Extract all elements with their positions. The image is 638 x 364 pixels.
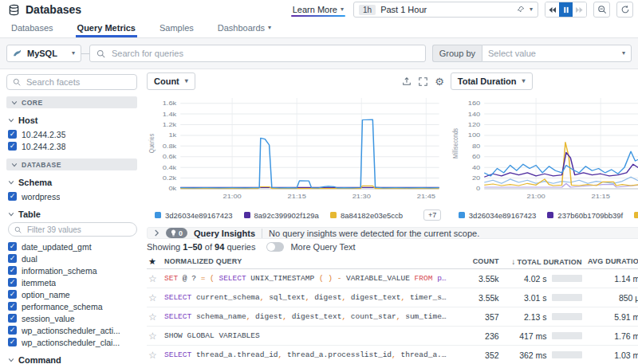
facet-table[interactable]: Table [6, 209, 137, 219]
facet-filter-input[interactable] [26, 225, 131, 235]
checkbox-checked[interactable]: ✓ [8, 192, 17, 201]
total-duration-cell: 3.01 s [499, 293, 582, 303]
facet-value-wp-actionscheduler-acti-[interactable]: ✓wp_actionscheduler_acti... [6, 324, 137, 336]
facet-value-wordpress[interactable]: ✓wordpress [6, 190, 137, 202]
checkbox-checked[interactable]: ✓ [8, 290, 17, 299]
tab-dashboards[interactable]: Dashboards▾ [216, 20, 273, 37]
facet-value-performance-schema[interactable]: ✓performance_schema [6, 300, 137, 312]
query-table-header: ★ NORMALIZED QUERY COUNT ↓TOTAL DURATION… [147, 254, 638, 269]
duration-chart-card: Total Duration ▾ ⚙ 020406080100120140160… [451, 72, 638, 221]
count-chart-plot[interactable]: 0k0.2k0.4k0.6k0.8k1k1.2k1.4k1.6k21:0021:… [147, 92, 444, 208]
facet-value-wp-actionscheduler-clai-[interactable]: ✓wp_actionscheduler_clai... [6, 336, 137, 348]
svg-text:0k: 0k [168, 185, 177, 192]
time-backward-button[interactable] [545, 2, 559, 17]
normalized-query-cell[interactable]: SHOW GLOBAL VARIABLES [164, 331, 458, 340]
table-row[interactable]: ☆SHOW GLOBAL VARIABLES236417 ms1.76 ms1.… [147, 327, 638, 346]
duration-chart-plot[interactable]: 02040608010012014016021:0021:1521:3021:4… [451, 92, 638, 208]
group-by-label: Group by [432, 45, 482, 62]
export-icon[interactable] [402, 76, 412, 86]
legend-item[interactable]: 8a92c399902f129a [244, 211, 319, 220]
favorite-star-icon[interactable]: ☆ [147, 292, 164, 303]
favorite-star-icon[interactable]: ☆ [147, 350, 164, 361]
refresh-button[interactable] [616, 2, 633, 18]
group-by-select[interactable]: Select value ▾ [482, 45, 632, 62]
checkbox-checked[interactable]: ✓ [8, 338, 17, 346]
more-query-text-toggle[interactable] [266, 242, 284, 252]
checkbox-checked[interactable]: ✓ [8, 254, 17, 263]
normalized-query-cell[interactable]: SELECT schema_name, digest, digest_text,… [164, 312, 458, 321]
results-summary: Showing 1–50 of 94 queries [147, 242, 255, 252]
legend-item[interactable]: 325b7269dd8743a6 [634, 211, 638, 220]
fullscreen-icon[interactable] [419, 77, 427, 86]
gear-icon[interactable]: ⚙ [435, 76, 444, 87]
checkbox-checked[interactable]: ✓ [8, 314, 17, 323]
table-row[interactable]: ☆SET @ ? = ( SELECT UNIX_TIMESTAMP ( ) -… [147, 269, 638, 288]
table-row[interactable]: ☆SELECT schema_name, digest, digest_text… [147, 307, 638, 327]
database-logo-icon [8, 4, 20, 16]
col-avg-duration[interactable]: AVG DURATION [582, 257, 638, 265]
query-table-body: ☆SET @ ? = ( SELECT UNIX_TIMESTAMP ( ) -… [147, 269, 638, 364]
facet-value-10-244-2-38[interactable]: ✓10.244.2.38 [6, 140, 137, 152]
checkbox-checked[interactable]: ✓ [8, 242, 17, 251]
facet-section-core[interactable]: CORE [6, 96, 137, 108]
normalized-query-cell[interactable]: SELECT thread_a.thread_id, thread_a.proc… [164, 350, 458, 359]
pause-button[interactable] [559, 2, 573, 17]
svg-text:0: 0 [476, 185, 481, 192]
facet-value-option-name[interactable]: ✓option_name [6, 288, 137, 300]
checkbox-checked[interactable]: ✓ [8, 302, 17, 311]
normalized-query-cell[interactable]: SELECT current_schema, sql_text, digest,… [164, 293, 458, 302]
favorite-star-icon[interactable]: ☆ [147, 273, 164, 284]
time-range-label: Past 1 Hour [380, 5, 512, 14]
checkbox-checked[interactable]: ✓ [8, 278, 17, 287]
tab-query-metrics[interactable]: Query Metrics [76, 20, 137, 37]
query-insights-bar[interactable]: 0 Query Insights No query insights were … [147, 227, 638, 239]
svg-text:Queries: Queries [148, 134, 156, 154]
facet-search-box [6, 74, 137, 90]
facet-schema[interactable]: Schema [6, 178, 137, 187]
facet-command[interactable]: Command [6, 355, 137, 364]
facet-value-date-updated-gmt[interactable]: ✓date_updated_gmt [6, 241, 137, 252]
checkbox-checked[interactable]: ✓ [8, 326, 17, 335]
checkbox-checked[interactable]: ✓ [8, 130, 17, 139]
normalized-query-cell[interactable]: SET @ ? = ( SELECT UNIX_TIMESTAMP ( ) - … [164, 274, 458, 283]
legend-item[interactable]: 237b60b1709bb39f [547, 211, 623, 220]
count-metric-select[interactable]: Count ▾ [147, 72, 195, 90]
facet-host[interactable]: Host [6, 115, 137, 125]
legend-item[interactable]: 8a84182e03e5ccb [330, 211, 403, 220]
db-source-select[interactable]: MySQL ▾ [6, 45, 81, 62]
chevron-right-icon [154, 229, 160, 237]
facet-value-10-244-2-35[interactable]: ✓10.244.2.35 [6, 128, 137, 140]
query-search-input[interactable] [110, 48, 419, 59]
time-forward-button[interactable] [573, 2, 586, 17]
favorite-all-icon[interactable]: ★ [147, 256, 164, 267]
time-range-picker[interactable]: 1h Past 1 Hour ▾ [353, 2, 538, 18]
duration-bar [552, 332, 582, 339]
favorite-star-icon[interactable]: ☆ [147, 311, 164, 323]
tab-databases[interactable]: Databases [10, 20, 55, 37]
chevron-down-icon: ▾ [530, 6, 533, 13]
col-count[interactable]: COUNT [458, 257, 499, 265]
facet-section-database[interactable]: DATABASE [6, 159, 137, 170]
learn-more-button[interactable]: Learn More ▾ [289, 3, 347, 17]
checkbox-checked[interactable]: ✓ [8, 142, 17, 151]
facet-value-itemmeta[interactable]: ✓itemmeta [6, 276, 137, 288]
facet-search-input[interactable] [25, 76, 140, 88]
col-total-duration[interactable]: ↓TOTAL DURATION [499, 257, 582, 266]
legend-item[interactable]: 3d26034e89167423 [155, 211, 233, 220]
legend-item[interactable]: 3d26034e89167423 [459, 211, 537, 220]
legend-more-button[interactable]: +7 [423, 209, 441, 221]
tab-samples[interactable]: Samples [158, 20, 195, 37]
pin-icon[interactable] [517, 6, 525, 14]
col-normalized-query[interactable]: NORMALIZED QUERY [164, 257, 458, 265]
duration-metric-select[interactable]: Total Duration ▾ [451, 72, 533, 90]
search-icon [13, 78, 21, 86]
facet-value-information-schema[interactable]: ✓information_schema [6, 264, 137, 276]
facet-value-session-value[interactable]: ✓session_value [6, 312, 137, 324]
favorite-star-icon[interactable]: ☆ [147, 331, 164, 342]
table-row[interactable]: ☆SELECT current_schema, sql_text, digest… [147, 288, 638, 307]
checkbox-checked[interactable]: ✓ [8, 266, 17, 275]
legend-swatch [459, 212, 465, 218]
table-row[interactable]: ☆SELECT thread_a.thread_id, thread_a.pro… [147, 346, 638, 364]
zoom-out-button[interactable] [593, 2, 610, 18]
facet-value-dual[interactable]: ✓dual [6, 252, 137, 264]
